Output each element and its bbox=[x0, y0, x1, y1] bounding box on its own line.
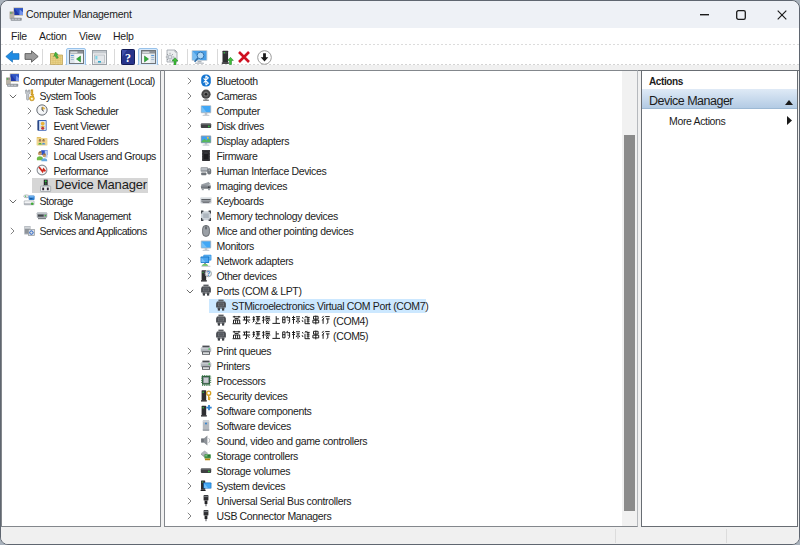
svg-text:?: ? bbox=[206, 270, 210, 277]
